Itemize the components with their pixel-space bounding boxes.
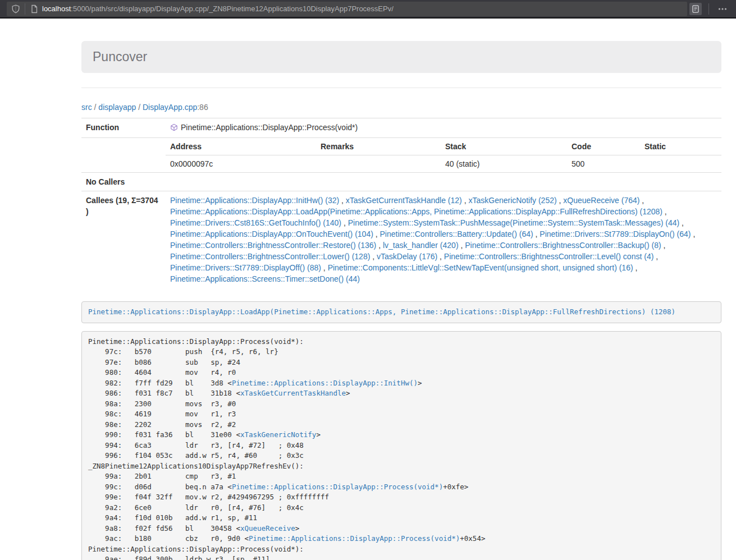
metrics-value: 0x0000097c	[166, 155, 316, 173]
breadcrumb-line-number: :86	[197, 103, 208, 112]
url-bar[interactable]: localhost:5000/path/src/displayapp/Displ…	[7, 2, 687, 16]
selected-symbol-box: Pinetime::Applications::DisplayApp::Load…	[81, 301, 721, 323]
header-divider	[81, 88, 721, 88]
metrics-header-row: AddressRemarksStackCodeStatic	[166, 138, 721, 155]
app-header: Puncover	[81, 41, 721, 73]
metrics-value: 500	[567, 155, 640, 173]
metrics-row: AddressRemarksStackCodeStatic 0x0000097c…	[81, 138, 721, 173]
callees-label: Callees (19, Σ=3704 )	[81, 191, 166, 288]
metrics-table: AddressRemarksStackCodeStatic 0x0000097c…	[166, 138, 721, 172]
callee-link[interactable]: Pinetime::System::SystemTask::PushMessag…	[348, 218, 680, 227]
main-content: Puncover src / displayapp / DisplayApp.c…	[81, 41, 721, 560]
function-row: Function Pinetime::Applications::Display…	[81, 118, 721, 138]
browser-toolbar: localhost:5000/path/src/displayapp/Displ…	[0, 0, 736, 19]
code-symbol-link[interactable]: Pinetime::Applications::DisplayApp::Init…	[232, 379, 418, 387]
metrics-column-header: Code	[567, 138, 640, 155]
disassembly-listing: Pinetime::Applications::DisplayApp::Proc…	[81, 331, 721, 560]
callee-separator: ,	[370, 252, 377, 261]
app-title: Puncover	[93, 49, 710, 65]
callee-link[interactable]: xTaskGetCurrentTaskHandle (12)	[346, 196, 462, 205]
more-tools-button[interactable]	[716, 3, 729, 15]
callee-link[interactable]: Pinetime::Controllers::Battery::Update()…	[380, 229, 533, 238]
code-symbol-link[interactable]: xTaskGetCurrentTaskHandle	[240, 389, 346, 397]
metrics-value	[316, 155, 441, 173]
callee-separator: ,	[557, 196, 564, 205]
metrics-value: 40 (static)	[441, 155, 567, 173]
callee-separator: ,	[662, 207, 667, 216]
callee-separator: ,	[321, 263, 328, 272]
callee-separator: ,	[639, 196, 644, 205]
metrics-column-header: Remarks	[316, 138, 441, 155]
callee-separator: ,	[437, 252, 444, 261]
breadcrumb-link[interactable]: displayapp	[98, 103, 136, 112]
callee-link[interactable]: Pinetime::Controllers::BrightnessControl…	[444, 252, 653, 261]
callee-link[interactable]: Pinetime::Controllers::BrightnessControl…	[465, 241, 661, 250]
callee-separator: ,	[533, 229, 540, 238]
callee-link[interactable]: Pinetime::Controllers::BrightnessControl…	[170, 252, 370, 261]
callee-separator: ,	[679, 218, 684, 227]
breadcrumb-link[interactable]: DisplayApp.cpp	[143, 103, 197, 112]
metrics-value	[640, 155, 721, 173]
callee-separator: ,	[661, 241, 666, 250]
callee-link[interactable]: Pinetime::Applications::DisplayApp::Load…	[170, 207, 662, 216]
callee-separator: ,	[376, 241, 383, 250]
callee-link[interactable]: Pinetime::Applications::DisplayApp::Init…	[170, 196, 339, 205]
callee-link[interactable]: Pinetime::Drivers::St7789::DisplayOff() …	[170, 263, 321, 272]
callers-row: No Callers	[81, 173, 721, 191]
breadcrumb-separator: /	[136, 103, 143, 112]
metrics-column-header: Static	[640, 138, 721, 155]
code-symbol-link[interactable]: Pinetime::Applications::DisplayApp::Proc…	[249, 534, 460, 543]
code-symbol-link[interactable]: xTaskGenericNotify	[240, 430, 316, 439]
callee-separator: ,	[459, 241, 465, 250]
breadcrumb-link[interactable]: src	[81, 103, 92, 112]
callee-separator: ,	[633, 263, 638, 272]
callee-link[interactable]: Pinetime::Applications::Screens::Timer::…	[170, 274, 360, 283]
callee-link[interactable]: Pinetime::Controllers::BrightnessControl…	[170, 241, 376, 250]
callee-separator: ,	[691, 229, 696, 238]
url-host: localhost	[42, 4, 71, 13]
callee-link[interactable]: vTaskDelay (176)	[377, 252, 437, 261]
callee-separator: ,	[373, 229, 380, 238]
url-text[interactable]: localhost:5000/path/src/displayapp/Displ…	[42, 4, 394, 13]
callee-link[interactable]: xTaskGenericNotify (252)	[468, 196, 556, 205]
code-symbol-link[interactable]: Pinetime::Applications::DisplayApp::Proc…	[232, 483, 443, 491]
selected-symbol-link[interactable]: Pinetime::Applications::DisplayApp::Load…	[88, 307, 675, 316]
no-callers-label: No Callers	[81, 173, 166, 191]
code-symbol-link[interactable]: xQueueReceive	[240, 524, 295, 533]
url-bar-divider	[25, 3, 25, 15]
shield-icon[interactable]	[11, 4, 20, 13]
callee-link[interactable]: Pinetime::Drivers::Cst816S::GetTouchInfo…	[170, 218, 341, 227]
callee-link[interactable]: Pinetime::Applications::DisplayApp::OnTo…	[170, 229, 373, 238]
toolbar-divider	[708, 3, 709, 15]
symbol-table: Function Pinetime::Applications::Display…	[81, 118, 721, 288]
callees-list: Pinetime::Applications::DisplayApp::Init…	[166, 191, 721, 288]
page-info-icon[interactable]	[30, 4, 39, 13]
callee-separator: ,	[653, 252, 658, 261]
reader-view-button[interactable]	[689, 3, 702, 15]
url-path: :5000/path/src/displayapp/DisplayApp.cpp…	[71, 4, 394, 13]
callee-link[interactable]: lv_task_handler (420)	[383, 241, 459, 250]
function-label: Function	[81, 118, 166, 138]
function-name: Pinetime::Applications::DisplayApp::Proc…	[181, 123, 358, 132]
metrics-column-header: Stack	[441, 138, 567, 155]
callee-separator: ,	[341, 218, 348, 227]
metrics-values-row: 0x0000097c40 (static)500	[166, 155, 721, 173]
callee-link[interactable]: xQueueReceive (764)	[563, 196, 639, 205]
callee-link[interactable]: Pinetime::Components::LittleVgl::SetNewT…	[328, 263, 633, 272]
callee-link[interactable]: Pinetime::Drivers::St7789::DisplayOn() (…	[540, 229, 691, 238]
metrics-column-header: Address	[166, 138, 316, 155]
callee-separator: ,	[339, 196, 346, 205]
breadcrumb: src / displayapp / DisplayApp.cpp:86	[81, 102, 721, 113]
callees-row: Callees (19, Σ=3704 ) Pinetime::Applicat…	[81, 191, 721, 288]
symbol-cube-icon	[170, 123, 178, 134]
callee-separator: ,	[462, 196, 469, 205]
breadcrumb-separator: /	[92, 103, 99, 112]
